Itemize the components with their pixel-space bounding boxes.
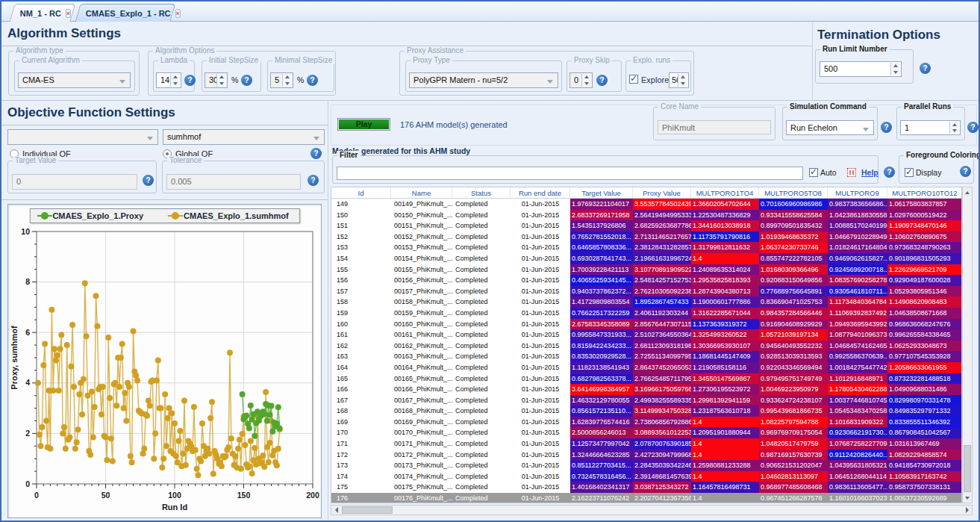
close-icon[interactable]: ×: [175, 9, 181, 18]
help-icon[interactable]: ?: [143, 175, 154, 186]
tab-nm-1[interactable]: NM_1 - RC ×: [10, 4, 76, 22]
cell: Completed: [452, 319, 511, 330]
of-name-dropdown[interactable]: sumhmof: [163, 129, 325, 145]
help-icon[interactable]: ?: [881, 122, 892, 133]
spinner-buttons[interactable]: [678, 74, 687, 87]
value-cell: 1.00184275447742: [828, 362, 887, 373]
proxy-type-select[interactable]: PolyGPR Matern - nu=5/2: [409, 72, 558, 88]
table-row[interactable]: 15900159_PhiKmult_...Completed01-Jun-201…: [331, 308, 961, 319]
current-algorithm-select[interactable]: CMA-ES: [18, 72, 131, 88]
table-row[interactable]: 16000160_PhiKmult_...Completed01-Jun-201…: [331, 319, 961, 330]
table-row[interactable]: 16200162_PhiKmult_...Completed01-Jun-201…: [331, 341, 961, 352]
table-row[interactable]: 15300153_PhiKmult_...Completed01-Jun-201…: [331, 242, 961, 253]
table-row[interactable]: 16800168_PhiKmult_...Completed01-Jun-201…: [331, 406, 961, 417]
explore-checkbox[interactable]: [629, 75, 638, 84]
cell: 01-Jun-2015: [511, 417, 570, 428]
help-icon[interactable]: ?: [241, 75, 252, 86]
table-row[interactable]: 16900169_PhiKmult_...Completed01-Jun-201…: [331, 417, 961, 428]
table-row[interactable]: 15600156_PhiKmult_...Completed01-Jun-201…: [331, 275, 961, 286]
target-value-field[interactable]: 0: [12, 174, 137, 190]
column-header-target-value[interactable]: Target Value: [570, 187, 633, 198]
cell: 01-Jun-2015: [511, 406, 570, 417]
table-row[interactable]: 15800158_PhiKmult_...Completed01-Jun-201…: [331, 296, 961, 308]
column-header-multporo1to4[interactable]: MULTPORO1TO4: [691, 187, 759, 198]
proxy-skip-stepper[interactable]: 0: [569, 72, 593, 88]
auto-checkbox[interactable]: [809, 168, 818, 177]
filter-marker-icon[interactable]: [847, 168, 856, 177]
column-header-multporo5to8[interactable]: MULTPORO5TO8: [759, 187, 828, 198]
spinner-buttons[interactable]: [282, 74, 292, 87]
tab-cmaes-explo-1[interactable]: CMAES_Explo_1 - RC ×: [75, 4, 176, 22]
scroll-right-icon[interactable]: [962, 506, 972, 515]
tolerance-field[interactable]: 0.005: [166, 174, 301, 190]
table-row[interactable]: 15500155_PhiKmult_...Completed01-Jun-201…: [331, 264, 961, 276]
of-selector-dropdown[interactable]: [7, 129, 158, 145]
table-row[interactable]: 16300163_PhiKmult_...Completed01-Jun-201…: [331, 351, 961, 362]
display-checkbox[interactable]: [905, 168, 914, 177]
lambda-stepper[interactable]: 14: [156, 72, 181, 88]
initial-stepsize-stepper[interactable]: 30: [205, 72, 228, 88]
help-link[interactable]: Help: [861, 168, 878, 177]
scroll-thumb[interactable]: [342, 506, 393, 514]
spinner-buttons[interactable]: [890, 63, 900, 75]
help-icon[interactable]: ?: [184, 75, 196, 86]
cell: Completed: [452, 286, 511, 297]
help-icon[interactable]: ?: [960, 166, 971, 177]
close-icon[interactable]: ×: [66, 9, 71, 18]
table-row[interactable]: 16500165_PhiKmult_...Completed01-Jun-201…: [331, 373, 961, 385]
value-cell: 1.04909688031486: [887, 384, 962, 395]
filter-input[interactable]: [337, 167, 803, 180]
table-row[interactable]: 16700167_PhiKmult_...Completed01-Jun-201…: [331, 395, 961, 406]
help-icon[interactable]: ?: [307, 75, 318, 86]
table-row[interactable]: 14900149_PhiKmult_...Completed01-Jun-201…: [331, 199, 961, 210]
spinner-buttons[interactable]: [170, 74, 180, 87]
column-header-name[interactable]: Name: [391, 187, 452, 198]
table-row[interactable]: 15200152_PhiKmult_...Completed01-Jun-201…: [331, 232, 961, 243]
scroll-thumb[interactable]: [964, 445, 971, 492]
parallel-runs-stepper[interactable]: 1: [900, 120, 961, 135]
table-row[interactable]: 17000170_PhiKmult_...Completed01-Jun-201…: [331, 427, 961, 438]
column-header-multporo10to12[interactable]: MULTPORO10TO12: [887, 187, 962, 198]
value-cell: 2.54814257152753: [633, 275, 691, 286]
spinner-buttons[interactable]: [216, 74, 226, 87]
column-header-run-end-date[interactable]: Run end date: [511, 187, 570, 198]
scroll-up-icon[interactable]: [963, 187, 972, 197]
column-header-proxy-value[interactable]: Proxy Value: [633, 187, 691, 198]
column-header-id[interactable]: Id: [331, 187, 391, 198]
table-row[interactable]: 17100171_PhiKmult_...Completed01-Jun-201…: [331, 438, 961, 450]
simulation-command-select[interactable]: Run Echelon: [786, 120, 874, 135]
column-header-status[interactable]: Status: [452, 187, 511, 198]
table-row[interactable]: 15000150_PhiKmult_...Completed01-Jun-201…: [331, 210, 961, 221]
spinner-buttons[interactable]: [949, 122, 959, 134]
spinner-buttons[interactable]: [581, 74, 591, 87]
table-row[interactable]: 15400154_PhiKmult_...Completed01-Jun-201…: [331, 253, 961, 264]
help-icon[interactable]: ?: [596, 75, 608, 86]
cell: 00173_PhiKmult_...: [391, 460, 452, 471]
table-row[interactable]: 15700157_PhiKmult_...Completed01-Jun-201…: [331, 286, 961, 297]
value-cell: 2.85676447307115: [633, 319, 691, 330]
table-row[interactable]: 17400174_PhiKmult_...Completed01-Jun-201…: [331, 471, 961, 482]
help-icon[interactable]: ?: [967, 122, 979, 133]
table-horizontal-scrollbar[interactable]: [331, 505, 973, 515]
table-row[interactable]: 17200172_PhiKmult_...Completed01-Jun-201…: [331, 450, 961, 461]
core-name-field[interactable]: PhiKmult: [658, 120, 771, 134]
table-row[interactable]: 15100151_PhiKmult_...Completed01-Jun-201…: [331, 220, 961, 232]
table-row[interactable]: 16600166_PhiKmult_...Completed01-Jun-201…: [331, 384, 961, 395]
help-icon[interactable]: ?: [884, 167, 895, 178]
table-row[interactable]: 16400164_PhiKmult_...Completed01-Jun-201…: [331, 362, 961, 373]
help-icon[interactable]: ?: [308, 175, 319, 186]
table-row[interactable]: 16100161_PhiKmult_...Completed01-Jun-201…: [331, 329, 961, 341]
help-icon[interactable]: ?: [310, 148, 322, 159]
scroll-down-icon[interactable]: [963, 493, 972, 503]
explo-runs-stepper[interactable]: 50: [669, 72, 689, 88]
table-row[interactable]: 17300173_PhiKmult_...Completed01-Jun-201…: [331, 460, 961, 471]
run-limit-stepper[interactable]: 500: [820, 61, 902, 77]
help-icon[interactable]: ?: [920, 63, 931, 74]
column-header-multporo9[interactable]: MULTPORO9: [828, 187, 887, 198]
table-vertical-scrollbar[interactable]: [962, 187, 973, 503]
minimal-stepsize-stepper[interactable]: 5: [270, 72, 293, 88]
scroll-left-icon[interactable]: [331, 506, 341, 515]
table-row[interactable]: 17500175_PhiKmult_...Completed01-Jun-201…: [331, 482, 961, 493]
play-button[interactable]: Play: [337, 118, 390, 131]
table-row[interactable]: 17600176_PhiKmult_...Completed01-Jun-201…: [331, 493, 961, 503]
